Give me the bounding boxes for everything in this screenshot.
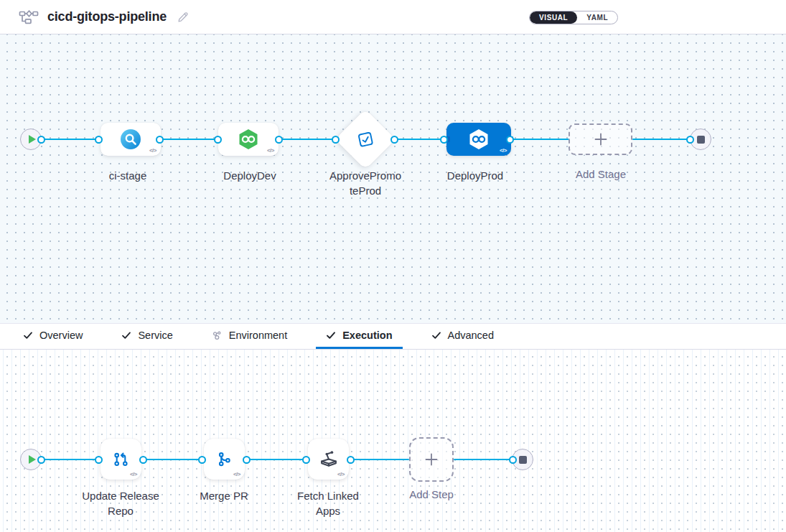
connector-port[interactable] [275, 136, 283, 144]
code-toggle-icon[interactable]: </> [267, 147, 274, 154]
stage-node-ci-stage[interactable]: </> [100, 123, 161, 156]
stage-graph-canvas[interactable]: </> ci-stage </> DeployDev ApprovePromot… [0, 34, 786, 323]
check-icon [326, 330, 336, 340]
pipeline-graph-icon [19, 9, 39, 25]
flow-line [245, 459, 308, 461]
code-toggle-icon[interactable]: </> [149, 147, 156, 154]
flow-line [279, 139, 337, 141]
connector-port[interactable] [506, 136, 514, 144]
step-label: Merge PR [200, 488, 248, 503]
connector-port[interactable] [440, 136, 448, 144]
step-label: Update Release Repo [77, 488, 164, 518]
update-release-repo-icon [112, 450, 131, 469]
stop-icon [519, 456, 527, 464]
tab-label: Execution [342, 330, 392, 341]
stage-node-deployprod[interactable]: </> [446, 123, 511, 156]
pipeline-header: cicd-gitops-pipeline VISUAL YAML [0, 0, 786, 34]
connector-port[interactable] [37, 136, 45, 144]
approval-stage-icon[interactable] [356, 130, 375, 149]
add-stage-button[interactable] [569, 123, 632, 155]
add-stage-label: Add Stage [576, 167, 626, 182]
tab-advanced[interactable]: Advanced [421, 324, 505, 349]
stop-icon [697, 136, 705, 144]
connector-port[interactable] [243, 456, 251, 464]
flow-line [141, 459, 204, 461]
connector-port[interactable] [332, 136, 340, 144]
step-node-fetch-linked-apps[interactable]: </> [308, 439, 349, 480]
tab-label: Environment [229, 330, 287, 341]
flow-line [632, 139, 691, 141]
check-icon [23, 330, 33, 340]
stage-label: DeployDev [223, 168, 276, 183]
tab-environment[interactable]: Environment [202, 324, 297, 349]
connector-port[interactable] [686, 136, 694, 144]
step-node-update-release-repo[interactable]: </> [100, 439, 141, 480]
toggle-yaml[interactable]: YAML [577, 11, 617, 24]
tab-service[interactable]: Service [111, 324, 182, 349]
toggle-visual[interactable]: VISUAL [530, 11, 577, 24]
check-icon [431, 330, 441, 340]
stage-node-deploydev[interactable]: </> [218, 123, 279, 156]
tab-label: Overview [39, 330, 83, 341]
code-toggle-icon[interactable]: </> [500, 147, 507, 154]
connector-port[interactable] [37, 456, 45, 464]
connector-port[interactable] [139, 456, 147, 464]
stage-config-tabs: Overview Service Environment Execution A… [0, 323, 786, 350]
tab-execution[interactable]: Execution [316, 324, 402, 349]
connector-port[interactable] [347, 456, 355, 464]
stage-label: ci-stage [109, 168, 147, 183]
flow-line [159, 139, 220, 141]
fetch-linked-apps-icon [319, 449, 339, 470]
cd-deploy-stage-icon [237, 128, 260, 151]
stage-label: DeployProd [447, 168, 503, 183]
merge-pr-icon [215, 450, 234, 469]
step-node-merge-pr[interactable]: </> [204, 439, 245, 480]
connector-port[interactable] [214, 136, 222, 144]
edit-pipeline-name-icon[interactable] [177, 11, 190, 24]
visual-yaml-toggle: VISUAL YAML [529, 11, 618, 24]
code-toggle-icon[interactable]: </> [130, 471, 137, 477]
connector-port[interactable] [198, 456, 206, 464]
connector-port[interactable] [509, 456, 517, 464]
environment-icon [212, 330, 223, 341]
play-icon [29, 455, 36, 464]
connector-port[interactable] [156, 136, 164, 144]
add-step-button[interactable] [409, 437, 454, 482]
flow-line [394, 139, 447, 141]
code-toggle-icon[interactable]: </> [233, 471, 240, 477]
stage-label: ApprovePromoteProd [329, 168, 402, 198]
tab-overview[interactable]: Overview [13, 324, 93, 349]
step-label: Fetch Linked Apps [291, 488, 365, 518]
cd-deploy-stage-icon [467, 128, 490, 151]
add-step-label: Add Step [409, 487, 454, 502]
check-icon [121, 330, 131, 340]
plus-icon [593, 131, 609, 147]
flow-line [349, 459, 409, 461]
ci-build-stage-icon [120, 129, 141, 150]
connector-port[interactable] [95, 456, 103, 464]
tab-label: Advanced [448, 330, 495, 341]
pipeline-title: cicd-gitops-pipeline [47, 9, 167, 24]
plus-icon [424, 452, 439, 467]
flow-line [454, 459, 513, 461]
connector-port[interactable] [302, 456, 310, 464]
flow-line [510, 139, 570, 141]
play-icon [29, 135, 36, 144]
code-toggle-icon[interactable]: </> [337, 471, 345, 477]
tab-label: Service [138, 330, 172, 341]
connector-port[interactable] [95, 136, 103, 144]
connector-port[interactable] [390, 136, 398, 144]
execution-graph-canvas[interactable]: </> Update Release Repo </> Merge PR [0, 350, 786, 532]
